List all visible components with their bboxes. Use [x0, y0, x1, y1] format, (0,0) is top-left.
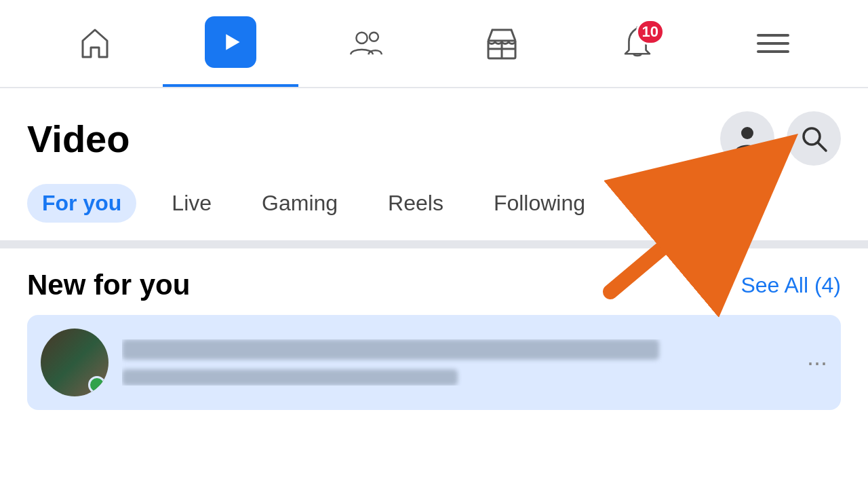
search-button[interactable] — [787, 111, 841, 166]
see-all-button[interactable]: See All (4) — [741, 273, 841, 298]
tab-live[interactable]: Live — [157, 184, 226, 223]
svg-point-2 — [370, 33, 378, 41]
online-indicator — [88, 376, 106, 394]
blurred-subtitle — [122, 369, 458, 386]
nav-item-video[interactable] — [163, 0, 298, 87]
tab-gaming[interactable]: Gaming — [247, 184, 353, 223]
content-card: ··· — [27, 315, 841, 410]
svg-point-10 — [741, 127, 753, 139]
tab-reels[interactable]: Reels — [373, 184, 458, 223]
section-header: New for you See All (4) — [27, 269, 841, 301]
filter-tabs: For you Live Gaming Reels Following — [0, 170, 868, 224]
top-navigation: 10 — [0, 0, 868, 88]
svg-point-1 — [356, 33, 367, 43]
menu-icon — [753, 23, 793, 64]
home-icon — [75, 23, 115, 64]
profile-button[interactable] — [720, 111, 774, 166]
card-options-button[interactable]: ··· — [807, 348, 827, 377]
header-actions — [720, 111, 841, 166]
svg-marker-0 — [226, 34, 239, 50]
nav-item-friends[interactable] — [298, 0, 434, 87]
section-title: New for you — [27, 269, 190, 301]
person-icon — [732, 124, 762, 153]
card-text — [122, 339, 793, 386]
section-divider — [0, 240, 868, 248]
nav-item-notifications[interactable]: 10 — [570, 0, 705, 87]
content-area: New for you See All (4) ··· — [0, 248, 868, 410]
nav-item-marketplace[interactable] — [434, 0, 570, 87]
search-icon — [799, 124, 829, 153]
page-title: Video — [27, 117, 130, 161]
nav-item-menu[interactable] — [705, 0, 841, 87]
blurred-title — [122, 339, 659, 360]
avatar — [41, 329, 108, 396]
marketplace-icon — [481, 23, 522, 64]
nav-item-home[interactable] — [27, 0, 163, 87]
bell-icon: 10 — [617, 23, 658, 64]
tab-following[interactable]: Following — [479, 184, 600, 223]
sub-header: Video — [0, 88, 868, 170]
tab-for-you[interactable]: For you — [27, 184, 136, 223]
notification-badge: 10 — [636, 19, 665, 45]
svg-line-12 — [818, 143, 826, 151]
video-play-icon — [205, 16, 256, 68]
friends-icon — [346, 23, 387, 64]
